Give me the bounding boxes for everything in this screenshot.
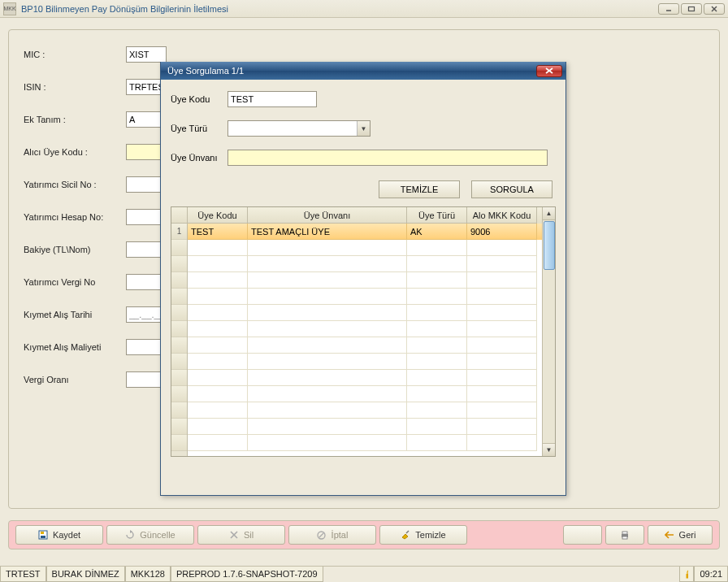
grid-row-header: [171, 272, 187, 289]
cell-uye-turu: AK: [407, 224, 467, 240]
iptal-button[interactable]: İptal: [288, 525, 376, 545]
uye-kodu-label: Üye Kodu: [171, 94, 228, 104]
dialog-close-button[interactable]: [536, 65, 562, 77]
table-row[interactable]: [188, 435, 542, 451]
svg-rect-5: [41, 536, 46, 538]
grid-row-header: [171, 337, 187, 354]
window-titlebar: MKK BP10 Bilinmeyen Pay Dönüşüm Bilgiler…: [0, 0, 728, 18]
table-row[interactable]: [188, 256, 542, 272]
table-row[interactable]: TEST TEST AMAÇLI ÜYE AK 9006: [188, 224, 542, 240]
grid-corner: [171, 207, 187, 224]
table-row[interactable]: [188, 272, 542, 289]
kaydet-label: Kaydet: [53, 530, 80, 540]
grid-header-uye-unvani[interactable]: Üye Ünvanı: [248, 207, 407, 224]
kaydet-button[interactable]: Kaydet: [15, 525, 103, 545]
uye-kodu-input[interactable]: [228, 91, 317, 107]
grid-row-header: [171, 256, 187, 272]
table-row[interactable]: [188, 354, 542, 370]
status-bar: TRTEST BURAK DİNMEZ MKK128 PREPROD 1.7.6…: [0, 566, 728, 582]
grid-row-header: [171, 354, 187, 370]
status-cell-4: PREPROD 1.7.6-SNAPSHOT-7209: [171, 567, 323, 582]
maximize-button[interactable]: [681, 3, 702, 15]
kiymet-alis-maliyeti-label: Kıymet Alış Maliyeti: [24, 342, 126, 352]
result-grid: 1 Üye Kodu Üye Ünvanı Üye Türü: [171, 206, 556, 457]
table-row[interactable]: [188, 289, 542, 305]
chevron-down-icon[interactable]: ▼: [357, 121, 370, 136]
grid-header-uye-turu[interactable]: Üye Türü: [407, 207, 467, 224]
svg-rect-15: [687, 574, 689, 579]
svg-line-11: [406, 531, 409, 533]
clear-icon: [401, 530, 410, 540]
bakiye-label: Bakiye (TL\Nom): [24, 245, 126, 254]
mic-input[interactable]: [126, 46, 167, 63]
minimize-button[interactable]: [658, 3, 679, 15]
window-title: BP10 Bilinmeyen Pay Dönüşüm Bilgilerinin…: [20, 4, 658, 14]
svg-rect-13: [622, 532, 627, 534]
uye-unvani-label: Üye Ünvanı: [171, 153, 228, 163]
yatirimci-vergi-no-label: Yatırımcı Vergi No: [24, 277, 126, 287]
button-bar: Kaydet Güncelle Sil İptal Temizle Ge: [8, 520, 720, 549]
cell-uye-unvani: TEST AMAÇLI ÜYE: [248, 224, 407, 240]
delete-icon: [229, 530, 239, 540]
scroll-down-icon[interactable]: ▼: [543, 443, 555, 456]
temizle-button[interactable]: Temizle: [379, 525, 467, 545]
guncelle-button[interactable]: Güncelle: [106, 525, 194, 545]
table-row[interactable]: [188, 370, 542, 386]
aux-button-1[interactable]: [563, 525, 602, 545]
dialog-temizle-button[interactable]: TEMİZLE: [379, 180, 460, 198]
vergi-orani-label: Vergi Oranı: [24, 375, 126, 384]
uye-unvani-input[interactable]: [228, 150, 548, 166]
grid-row-header: [171, 321, 187, 337]
sil-label: Sil: [244, 530, 254, 540]
status-cell-3: MKK128: [125, 567, 171, 582]
refresh-icon: [125, 530, 135, 540]
table-row[interactable]: [188, 337, 542, 354]
svg-rect-6: [41, 532, 44, 534]
grid-row-header: [171, 402, 187, 419]
table-row[interactable]: [188, 321, 542, 337]
guncelle-label: Güncelle: [140, 530, 175, 540]
dialog-sorgula-button[interactable]: SORGULA: [471, 180, 552, 198]
lock-icon: [679, 567, 694, 582]
grid-header-alo-mkk-kodu[interactable]: Alo MKK Kodu: [467, 207, 537, 224]
uye-turu-label: Üye Türü: [171, 124, 228, 133]
print-button[interactable]: [605, 525, 644, 545]
geri-button[interactable]: Geri: [648, 525, 713, 545]
table-row[interactable]: [188, 402, 542, 419]
iptal-label: İptal: [332, 530, 349, 540]
table-row[interactable]: [188, 386, 542, 402]
grid-row-header: [171, 240, 187, 256]
dialog-titlebar[interactable]: Üye Sorgulama 1/1: [161, 62, 566, 80]
sil-button[interactable]: Sil: [197, 525, 285, 545]
table-row[interactable]: [188, 419, 542, 435]
yatirimci-hesap-no-label: Yatırımcı Hesap No:: [24, 212, 126, 222]
status-cell-1: TRTEST: [0, 567, 46, 582]
kiymet-alis-tarihi-label: Kıymet Alış Tarihi: [24, 310, 126, 319]
app-icon: MKK: [3, 2, 16, 15]
grid-row-number[interactable]: 1: [171, 224, 187, 240]
grid-scrollbar[interactable]: ▲ ▼: [542, 207, 555, 456]
geri-label: Geri: [679, 530, 696, 540]
scroll-up-icon[interactable]: ▲: [543, 207, 555, 220]
scroll-thumb[interactable]: [544, 221, 555, 270]
grid-row-header: [171, 386, 187, 402]
grid-row-header: [171, 289, 187, 305]
save-icon: [38, 530, 48, 540]
dialog-title: Üye Sorgulama 1/1: [164, 66, 536, 76]
cell-uye-kodu: TEST: [188, 224, 248, 240]
yatirimci-sicil-no-label: Yatırımcı Sicil No :: [24, 180, 126, 189]
uye-sorgulama-dialog: Üye Sorgulama 1/1 Üye Kodu Üye Türü ▼ Üy…: [160, 62, 566, 496]
mic-label: MIC :: [24, 50, 126, 59]
dialog-sorgula-label: SORGULA: [490, 185, 534, 194]
svg-rect-14: [622, 536, 627, 539]
uye-turu-select[interactable]: ▼: [228, 120, 370, 137]
back-arrow-icon: [665, 530, 674, 540]
grid-header-uye-kodu[interactable]: Üye Kodu: [188, 207, 248, 224]
table-row[interactable]: [188, 305, 542, 321]
cell-alo-mkk-kodu: 9006: [467, 224, 537, 240]
print-icon: [620, 530, 630, 540]
close-button[interactable]: [704, 3, 725, 15]
grid-row-header: [171, 419, 187, 435]
status-clock: 09:21: [694, 567, 728, 582]
table-row[interactable]: [188, 240, 542, 256]
